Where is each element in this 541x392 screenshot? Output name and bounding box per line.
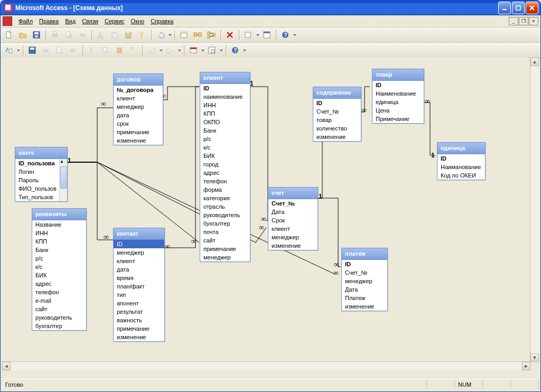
field[interactable]: руководитель <box>200 211 250 219</box>
field[interactable]: Примечание <box>372 115 424 123</box>
maximize-button[interactable] <box>512 2 525 14</box>
field[interactable]: ID <box>200 84 250 92</box>
subform-button[interactable] <box>206 44 218 57</box>
help2-dropdown[interactable] <box>242 48 246 53</box>
field[interactable]: e-mail <box>32 296 86 305</box>
field[interactable]: Наиманование <box>437 163 485 171</box>
preview2-button[interactable] <box>53 44 66 57</box>
copy-button[interactable] <box>108 29 121 41</box>
minimize-button[interactable] <box>498 2 511 14</box>
field[interactable]: клиент <box>114 257 164 265</box>
print-preview-button[interactable] <box>62 29 75 41</box>
menu-tools[interactable]: Сервис <box>101 17 128 25</box>
field[interactable]: товар <box>313 116 361 124</box>
table-tovar[interactable]: товар ID Наименование единица Цена Приме… <box>372 69 424 124</box>
scroll-right-button[interactable]: ► <box>522 362 530 370</box>
field[interactable]: КПП <box>32 237 86 246</box>
mdi-close-button[interactable]: × <box>529 17 538 25</box>
field[interactable]: дата <box>114 265 164 274</box>
field[interactable]: количество <box>313 124 361 133</box>
field[interactable]: клиент <box>114 94 163 102</box>
table-edinica[interactable]: единица ID Наиманование Код по ОКЕИ <box>437 142 486 180</box>
print2-button[interactable] <box>40 44 52 57</box>
field[interactable]: категория <box>200 194 250 202</box>
format-painter-button[interactable] <box>136 29 148 41</box>
field[interactable]: менеджер <box>200 253 250 262</box>
field[interactable]: ID <box>342 260 387 268</box>
menu-window[interactable]: Окно <box>128 17 148 25</box>
mdi-minimize-button[interactable]: _ <box>509 17 518 25</box>
field[interactable]: бухгалтер <box>200 219 250 228</box>
field[interactable]: КПП <box>200 109 250 118</box>
subform-dropdown[interactable] <box>219 48 223 53</box>
field[interactable]: р/с <box>200 135 250 143</box>
relationships-canvas[interactable]: 1 ∞ ∞ ∞ ∞ ∞ 1 ∞ ∞ ∞ 1 ∞ ∞ 1 ∞ 1 ∞ users … <box>2 58 530 362</box>
field[interactable]: Срок <box>268 216 318 225</box>
scroll-up-button[interactable]: ▲ <box>530 58 539 66</box>
field[interactable]: ИНН <box>32 229 86 237</box>
menu-help[interactable]: Справка <box>147 17 176 25</box>
field[interactable]: срок <box>114 119 163 128</box>
menu-file[interactable]: Файл <box>15 17 36 25</box>
help-dropdown[interactable] <box>293 33 296 38</box>
field[interactable]: телефон <box>32 288 86 296</box>
table-scrollbar[interactable]: ▲▼ <box>59 159 67 201</box>
field[interactable]: адрес <box>32 279 86 288</box>
field[interactable]: менеджер <box>114 102 163 111</box>
field[interactable]: результат <box>114 307 164 316</box>
field[interactable]: менеджер <box>114 248 164 257</box>
field[interactable]: к/с <box>200 143 250 152</box>
table-soderzhanie[interactable]: содержание ID Счет_№ товар количество из… <box>313 87 361 142</box>
new-object-dropdown[interactable] <box>256 33 259 38</box>
paste2-button[interactable] <box>113 44 126 57</box>
field[interactable]: телефон <box>200 177 250 185</box>
field[interactable]: руководитель <box>32 313 86 322</box>
spell2-button[interactable]: ab <box>67 44 80 57</box>
field[interactable]: дата <box>114 111 163 119</box>
field[interactable]: время <box>114 274 164 282</box>
field[interactable]: изменение <box>313 133 361 141</box>
direct-rel-button[interactable] <box>191 29 204 41</box>
show-table-button[interactable] <box>178 29 190 41</box>
horizontal-scrollbar[interactable]: ◄ ► <box>2 361 530 370</box>
view-dropdown[interactable] <box>16 48 20 53</box>
code-dropdown[interactable] <box>201 48 204 53</box>
field[interactable]: к/с <box>32 263 86 271</box>
all-rel-button[interactable] <box>205 29 218 41</box>
copy2-button[interactable] <box>99 44 112 57</box>
field[interactable]: №_договора <box>114 86 163 94</box>
undo2-dropdown[interactable] <box>159 48 163 53</box>
field[interactable]: Банк <box>200 126 250 135</box>
field[interactable]: адрес <box>200 169 250 177</box>
field[interactable]: бухгалтер <box>32 322 86 330</box>
field[interactable]: форма <box>200 185 250 194</box>
save-button[interactable] <box>30 29 43 41</box>
field[interactable]: изменение <box>114 136 163 145</box>
field[interactable]: изменение <box>114 333 164 341</box>
open-button[interactable] <box>16 29 29 41</box>
field[interactable]: единица <box>372 98 424 106</box>
field[interactable]: менеджер <box>342 277 387 285</box>
table-kontakt[interactable]: контакт ID менеджер клиент дата время пл… <box>113 228 165 342</box>
code-button[interactable] <box>187 44 200 57</box>
field[interactable]: ID <box>372 81 424 89</box>
table-platezh[interactable]: платеж ID Счет_№ менеджер Дата Платеж из… <box>341 248 388 311</box>
paste-button[interactable] <box>122 29 135 41</box>
field[interactable]: ИНН <box>200 101 250 109</box>
field[interactable]: Название <box>32 220 86 229</box>
field[interactable]: ОКПО <box>200 118 250 126</box>
mdi-restore-button[interactable]: ❐ <box>519 17 528 25</box>
help-button[interactable]: ? <box>279 29 292 41</box>
field[interactable]: р/с <box>32 254 86 263</box>
field[interactable]: примечание <box>114 128 163 136</box>
scroll-down-button[interactable]: ▼ <box>530 353 539 362</box>
vertical-scrollbar[interactable]: ▲ ▼ <box>530 58 539 362</box>
field[interactable]: город <box>200 160 250 169</box>
save2-button[interactable] <box>26 44 39 57</box>
new-button[interactable] <box>3 29 15 41</box>
table-schet[interactable]: счет Счет_№ Дата Срок клиент менеджер из… <box>268 187 318 250</box>
table-klient[interactable]: клиент ID наименование ИНН КПП ОКПО Банк… <box>200 72 250 262</box>
menu-relations[interactable]: Связи <box>79 17 101 25</box>
undo2-button[interactable] <box>145 44 158 57</box>
field[interactable]: Счет_№ <box>268 199 318 208</box>
